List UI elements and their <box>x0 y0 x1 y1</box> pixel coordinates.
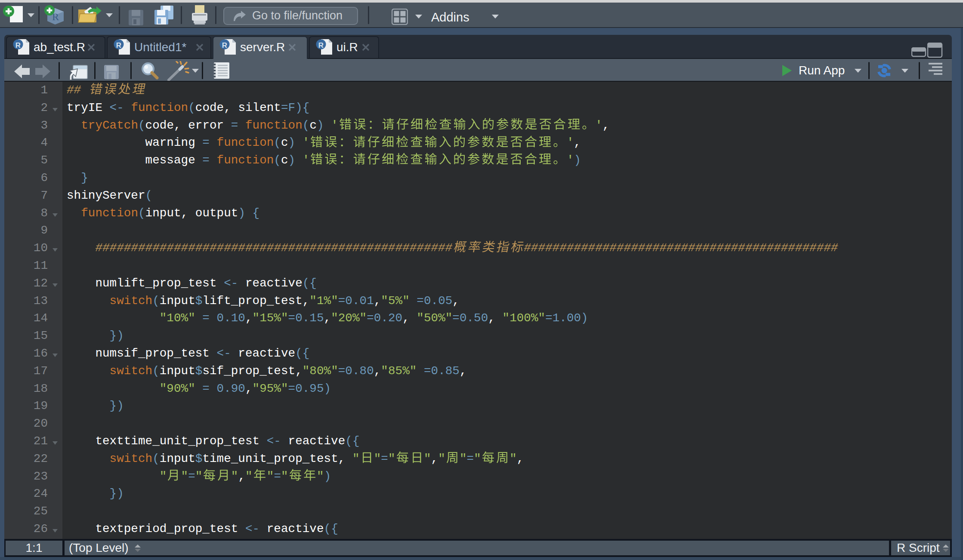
svg-text:R: R <box>318 41 324 49</box>
svg-text:R: R <box>15 41 21 49</box>
svg-text:R: R <box>116 41 121 49</box>
svg-text:R: R <box>222 41 227 49</box>
